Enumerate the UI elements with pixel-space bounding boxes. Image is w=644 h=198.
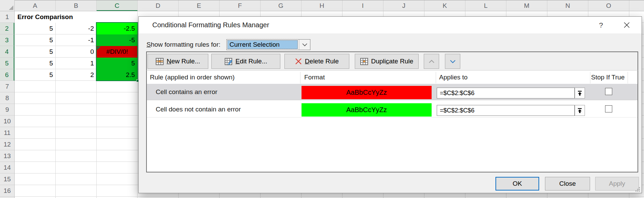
column-header-stop-if-true: Stop If True [591,71,625,83]
row-header-13[interactable]: 13 [0,150,14,162]
select-all-triangle-icon [9,5,13,10]
column-header-D[interactable]: D [138,0,179,11]
cell-B6[interactable]: 2 [56,69,97,81]
cell-A2[interactable]: 5 [15,23,56,34]
cell-B5[interactable]: 1 [56,58,97,69]
cell-A6[interactable]: 5 [15,69,56,81]
column-header-format: Format [304,71,325,83]
ok-button[interactable]: OK [495,177,539,191]
edit-rule-icon [225,58,233,65]
dropdown-chevron-icon[interactable] [299,40,310,50]
row-header-3[interactable]: 3 [0,34,14,46]
show-rules-dropdown[interactable]: Current Selection [226,39,310,50]
row-header-9[interactable]: 9 [0,104,14,116]
collapse-dialog-icon[interactable] [575,88,585,98]
row-header-12[interactable]: 12 [0,139,14,150]
column-header-A[interactable]: A [15,0,56,11]
duplicate-rule-icon [360,58,368,65]
cell-A4[interactable]: 5 [15,46,56,58]
row-header-6[interactable]: 6 [0,69,14,81]
close-icon[interactable] [619,17,634,33]
rule-row-1[interactable]: Cell contains an error AaBbCcYyZz =$C$2:… [147,84,638,100]
rule-name: Cell does not contain an error [156,101,241,118]
row-header-11[interactable]: 11 [0,127,14,139]
column-header-L[interactable]: L [465,0,506,11]
cell-A5[interactable]: 5 [15,58,56,69]
stop-if-true-checkbox[interactable] [605,88,612,95]
applies-to-input[interactable]: =$C$2:$C$6 [437,105,575,116]
close-button[interactable]: Close [545,177,590,191]
move-up-icon [429,60,435,63]
column-header-O[interactable]: O [588,0,629,11]
column-header-J[interactable]: J [383,0,424,11]
selection-border [96,22,138,81]
resize-grip[interactable] [635,187,640,192]
column-header-applies-to: Applies to [439,71,467,83]
column-header-C[interactable]: C [97,0,138,11]
row-header-10[interactable]: 10 [0,116,14,127]
column-header-G[interactable]: G [261,0,302,11]
row-header-2[interactable]: 2 [0,23,14,34]
cell-A3[interactable]: 5 [15,34,56,46]
header-separator [300,72,300,83]
header-separator [628,72,628,83]
cell-B4[interactable]: 0 [56,46,97,58]
row-header-15[interactable]: 15 [0,173,14,185]
screen: ABCDEFGHIJKLMNO12345678910111213141516Er… [0,0,644,198]
column-header-F[interactable]: F [220,0,261,11]
format-preview-swatch: AaBbCcYyZz [302,103,432,117]
move-down-icon [450,60,456,63]
collapse-dialog-icon[interactable] [575,105,585,116]
show-rules-label: Show formatting rules for: [146,41,221,49]
cell-A1[interactable]: Error Comparison [15,11,97,23]
dialog-title: Conditional Formatting Rules Manager [152,17,269,33]
format-preview-swatch: AaBbCcYyZz [302,86,432,99]
new-rule-button[interactable]: New Rule... [148,54,208,69]
cell-B3[interactable]: -1 [56,34,97,46]
apply-button[interactable]: Apply [595,177,639,191]
column-header-B[interactable]: B [56,0,97,11]
move-rule-up-button[interactable] [424,54,439,69]
show-rules-selected-value: Current Selection [227,40,298,49]
new-rule-icon [156,58,164,65]
header-separator [436,72,436,83]
column-header-K[interactable]: K [424,0,465,11]
stop-if-true-checkbox[interactable] [605,105,612,112]
cell-B2[interactable]: -2 [56,23,97,34]
select-all-corner[interactable] [0,0,15,11]
column-header-H[interactable]: H [302,0,342,11]
rule-name: Cell contains an error [156,84,218,100]
row-header-7[interactable]: 7 [0,81,14,92]
column-header-E[interactable]: E [179,0,220,11]
row-header-8[interactable]: 8 [0,92,14,104]
row-header-1[interactable]: 1 [0,11,14,23]
column-header-M[interactable]: M [506,0,547,11]
row-header-16[interactable]: 16 [0,185,14,197]
applies-to-input[interactable]: =$C$2:$C$6 [437,88,575,98]
conditional-formatting-dialog: Conditional Formatting Rules Manager ? S… [138,16,642,193]
move-rule-down-button[interactable] [445,54,460,69]
delete-rule-button[interactable]: Delete Rule [284,54,349,69]
edit-rule-button[interactable]: Edit Rule... [211,54,280,69]
column-header-rule: Rule (applied in order shown) [150,71,235,83]
row-header-4[interactable]: 4 [0,46,14,58]
column-header-N[interactable]: N [547,0,588,11]
rule-row-2[interactable]: Cell does not contain an error AaBbCcYyZ… [147,101,638,118]
duplicate-rule-button[interactable]: Duplicate Rule [355,54,419,69]
help-icon[interactable]: ? [596,17,606,33]
header-separator [590,72,590,83]
row-header-5[interactable]: 5 [0,58,14,69]
delete-rule-icon [295,58,302,65]
column-header-I[interactable]: I [342,0,383,11]
row-header-14[interactable]: 14 [0,162,14,173]
